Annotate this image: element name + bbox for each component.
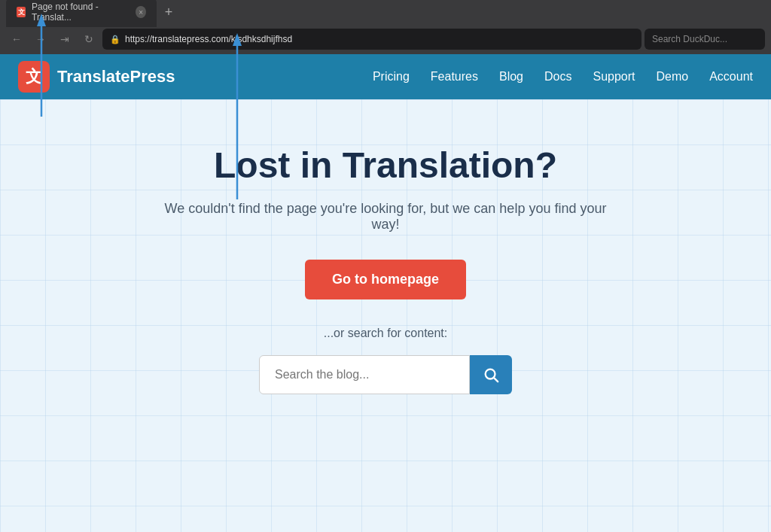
refresh-btn[interactable]: ↻ (78, 29, 99, 50)
logo-press-text: Press (130, 67, 175, 86)
tab-favicon: 文 (17, 7, 26, 17)
tab-close-btn[interactable]: × (136, 6, 146, 18)
page-subheading: We couldn't find the page you're looking… (152, 201, 619, 233)
logo-translate-text: Translate (57, 67, 130, 86)
tab-title: Page not found - Translat... (32, 2, 125, 23)
nav-support[interactable]: Support (593, 70, 635, 84)
url-text: https://translatepress.com/klsdhksdhijfh… (125, 34, 292, 44)
lock-icon: 🔒 (110, 35, 120, 44)
search-label: ...or search for content: (324, 327, 448, 340)
forward-btn[interactable]: → (30, 29, 51, 50)
address-bar[interactable]: 🔒 https://translatepress.com/klsdhksdhij… (102, 29, 641, 50)
search-bar-text: Search DuckDuc... (652, 34, 727, 44)
nav-links: Pricing Features Blog Docs Support Demo … (373, 70, 753, 84)
browser-tab-bar: 文 Page not found - Translat... × + (0, 0, 771, 24)
nav-demo[interactable]: Demo (657, 70, 689, 84)
home-btn[interactable]: ⇥ (54, 29, 75, 50)
logo-icon: 文 (18, 61, 50, 93)
nav-blog[interactable]: Blog (499, 70, 523, 84)
address-bar-row: ← → ⇥ ↻ 🔒 https://translatepress.com/kls… (0, 24, 771, 54)
site-nav: 文 TranslatePress Pricing Features Blog D… (0, 54, 771, 99)
browser-search[interactable]: Search DuckDuc... (645, 29, 765, 50)
page-heading: Lost in Translation? (214, 144, 557, 186)
nav-pricing[interactable]: Pricing (373, 70, 410, 84)
search-icon (483, 366, 499, 383)
back-btn[interactable]: ← (6, 29, 27, 50)
svg-point-0 (486, 369, 495, 379)
blog-search-button[interactable] (470, 355, 512, 394)
nav-features[interactable]: Features (431, 70, 478, 84)
content-inner: Lost in Translation? We couldn't find th… (84, 144, 687, 394)
page-content: Lost in Translation? We couldn't find th… (0, 99, 771, 532)
nav-docs[interactable]: Docs (544, 70, 571, 84)
search-row (259, 355, 512, 394)
site-logo[interactable]: 文 TranslatePress (18, 61, 373, 93)
go-to-homepage-button[interactable]: Go to homepage (305, 260, 466, 299)
new-tab-btn[interactable]: + (160, 3, 178, 21)
svg-line-1 (495, 378, 498, 382)
browser-tab[interactable]: 文 Page not found - Translat... × (6, 0, 157, 27)
blog-search-input[interactable] (259, 355, 470, 394)
nav-account[interactable]: Account (709, 70, 753, 84)
logo-name: TranslatePress (57, 67, 175, 87)
